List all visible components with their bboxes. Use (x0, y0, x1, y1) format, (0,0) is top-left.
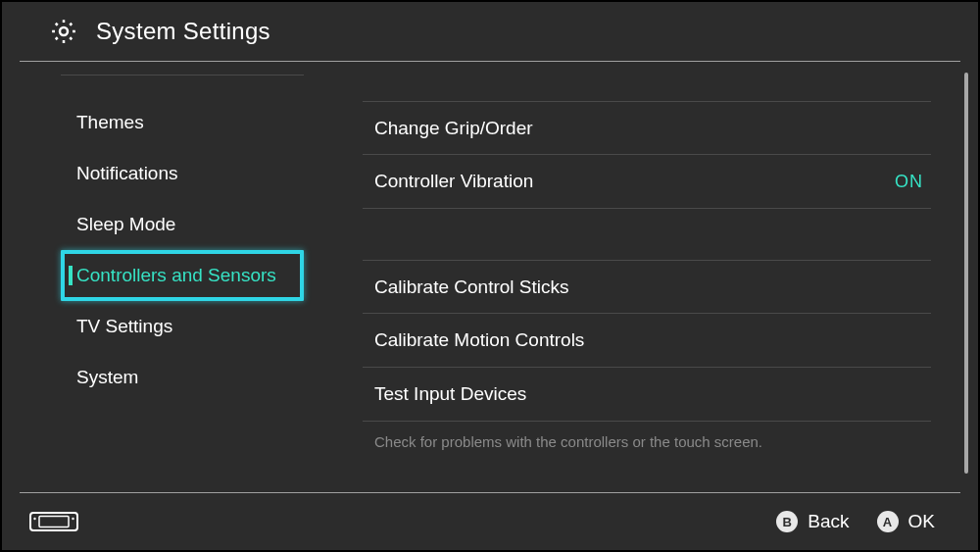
svg-point-4 (72, 518, 74, 520)
option-calibrate-control-sticks[interactable]: Calibrate Control Sticks (363, 260, 931, 314)
back-button[interactable]: B Back (776, 511, 849, 532)
main: amiibo Themes Notifications Sleep Mode C… (2, 62, 978, 483)
header: System Settings (2, 2, 978, 61)
sidebar-item-label: System (76, 367, 138, 388)
svg-rect-2 (39, 517, 69, 527)
option-change-grip-order[interactable]: Change Grip/Order (363, 101, 931, 155)
sidebar-item-label: Controllers and Sensors (76, 265, 276, 286)
sidebar-item-label: Sleep Mode (76, 214, 175, 235)
option-label: Calibrate Control Sticks (374, 276, 569, 298)
content-panel: Change Grip/Order Controller Vibration O… (323, 62, 978, 483)
b-button-icon: B (776, 511, 798, 532)
option-label: Calibrate Motion Controls (374, 329, 584, 351)
option-label: Controller Vibration (374, 171, 533, 192)
sidebar-item-notifications[interactable]: Notifications (61, 148, 304, 199)
sidebar-item-label: Themes (76, 112, 144, 133)
option-calibrate-motion-controls[interactable]: Calibrate Motion Controls (363, 314, 931, 368)
console-icon (29, 510, 78, 533)
a-button-icon: A (877, 511, 899, 532)
svg-point-0 (60, 27, 68, 35)
helper-text: Check for problems with the controllers … (363, 422, 931, 450)
footer-buttons: B Back A OK (776, 511, 935, 532)
button-label: OK (908, 511, 935, 532)
svg-point-3 (33, 518, 35, 520)
sidebar: amiibo Themes Notifications Sleep Mode C… (2, 62, 323, 483)
footer: B Back A OK (2, 493, 978, 550)
sidebar-item-controllers-sensors[interactable]: Controllers and Sensors (61, 250, 304, 301)
option-label: Test Input Devices (374, 383, 526, 405)
sidebar-item-label: TV Settings (76, 316, 172, 337)
svg-rect-1 (30, 513, 77, 530)
sidebar-item-amiibo[interactable]: amiibo (61, 62, 304, 75)
scrollbar[interactable] (964, 73, 968, 474)
sidebar-item-themes[interactable]: Themes (61, 97, 304, 148)
option-test-input-devices[interactable]: Test Input Devices (363, 368, 931, 422)
sidebar-item-label: amiibo (76, 62, 134, 65)
sidebar-item-label: Notifications (76, 163, 178, 184)
sidebar-item-sleep-mode[interactable]: Sleep Mode (61, 199, 304, 250)
option-controller-vibration[interactable]: Controller Vibration ON (363, 155, 931, 209)
option-group-gap (363, 209, 931, 260)
gear-icon (49, 17, 78, 46)
button-label: Back (808, 511, 849, 532)
scrollbar-thumb[interactable] (964, 73, 968, 474)
option-label: Change Grip/Order (374, 118, 533, 139)
page-title: System Settings (96, 18, 270, 45)
sidebar-item-system[interactable]: System (61, 352, 304, 403)
sidebar-item-tv-settings[interactable]: TV Settings (61, 301, 304, 352)
ok-button[interactable]: A OK (877, 511, 935, 532)
option-value: ON (895, 172, 923, 192)
